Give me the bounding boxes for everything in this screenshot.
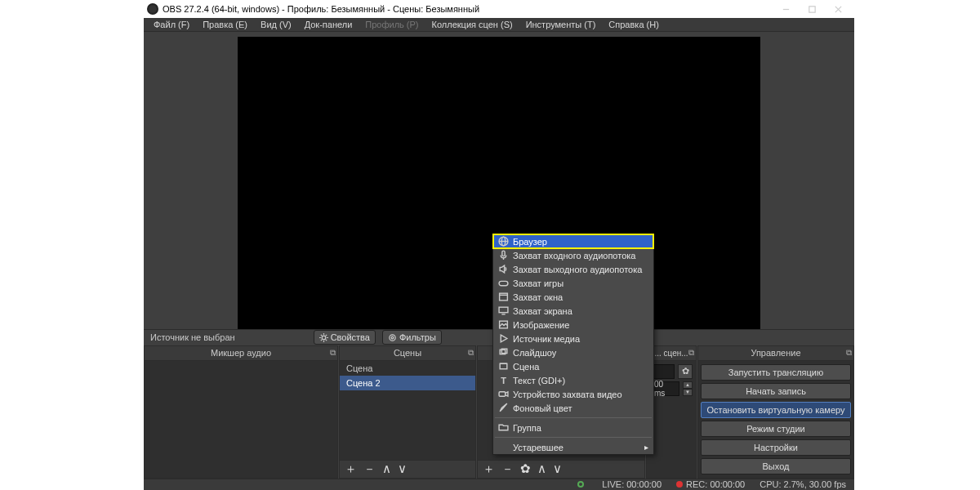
close-button[interactable] [825, 0, 851, 18]
popout-icon[interactable]: ⧉ [846, 348, 852, 358]
scenes-header[interactable]: Сцены ⧉ [340, 346, 475, 361]
scenes-footer: ＋ － ∧ ∨ [340, 460, 475, 478]
scenes-title: Сцены [394, 348, 421, 358]
ctx-item-label: Сцена [513, 362, 539, 372]
text-icon: T [498, 375, 509, 385]
ctx-image[interactable]: Изображение [493, 318, 653, 332]
svg-rect-19 [500, 363, 507, 369]
transition-duration-field[interactable]: 00 ms [650, 381, 679, 396]
filter-icon [388, 333, 397, 342]
ctx-media-source[interactable]: Источник медиа [493, 332, 653, 345]
menu-edit[interactable]: Правка (E) [196, 18, 254, 31]
sources-footer: ＋ － ✿ ∧ ∨ [478, 460, 644, 478]
source-down-button[interactable]: ∨ [553, 461, 562, 476]
remove-scene-button[interactable]: － [363, 461, 376, 477]
ctx-separator [495, 417, 652, 418]
ctx-item-label: Устройство захвата видео [513, 390, 622, 399]
obs-logo-icon [147, 3, 158, 15]
controls-title: Управление [751, 348, 800, 358]
slides-icon [498, 347, 509, 358]
ctx-item-label: Группа [513, 423, 541, 433]
audio-mixer-body [145, 361, 337, 478]
svg-rect-14 [499, 307, 508, 313]
monitor-icon [498, 305, 509, 316]
window-title: OBS 27.2.4 (64-bit, windows) - Профиль: … [163, 4, 479, 14]
camera-icon [498, 389, 509, 399]
audio-mixer-header[interactable]: Микшер аудио ⧉ [145, 346, 337, 361]
popout-icon[interactable]: ⧉ [468, 348, 474, 358]
transitions-header[interactable]: ... сцен... ⧉ [647, 346, 696, 361]
svg-rect-11 [499, 281, 508, 285]
filters-button[interactable]: Фильтры [382, 330, 442, 345]
gamepad-icon [498, 278, 509, 288]
mic-icon [498, 250, 509, 261]
menu-tools[interactable]: Инструменты (T) [519, 18, 603, 31]
menu-profile[interactable]: Профиль (P) [359, 18, 425, 31]
minimize-button[interactable] [773, 0, 799, 18]
scene-up-button[interactable]: ∧ [382, 461, 391, 476]
ctx-separator [495, 437, 652, 438]
ctx-item-label: Захват экрана [513, 306, 572, 316]
add-scene-button[interactable]: ＋ [345, 461, 357, 477]
add-source-button[interactable]: ＋ [483, 461, 495, 477]
properties-button[interactable]: Свойства [314, 330, 376, 345]
svg-rect-1 [808, 6, 814, 11]
ctx-window-capture[interactable]: Захват окна [493, 290, 653, 304]
scenes-list: Сцена Сцена 2 [340, 361, 475, 460]
controls-header[interactable]: Управление ⧉ [698, 346, 853, 361]
source-settings-button[interactable]: ✿ [520, 461, 531, 476]
svg-rect-10 [502, 251, 505, 256]
menu-file[interactable]: Файл (F) [147, 18, 196, 31]
menu-view[interactable]: Вид (V) [254, 18, 298, 31]
ctx-game-capture[interactable]: Захват игры [493, 276, 653, 290]
start-recording-button[interactable]: Начать запись [701, 383, 851, 399]
svg-rect-21 [499, 392, 506, 396]
ctx-browser[interactable]: Браузер [493, 234, 653, 248]
transitions-title: ... сцен... [654, 349, 688, 358]
cpu-status: CPU: 2.7%, 30.00 fps [760, 479, 846, 489]
menu-docks[interactable]: Док-панели [298, 18, 359, 31]
ctx-item-label: Устаревшее [513, 443, 564, 452]
live-status: LIVE: 00:00:00 [602, 479, 662, 489]
ctx-item-label: Слайдшоу [513, 348, 556, 358]
ctx-video-capture[interactable]: Устройство захвата видео [493, 387, 653, 401]
scene-item[interactable]: Сцена [340, 361, 475, 376]
exit-button[interactable]: Выход [701, 458, 851, 474]
ctx-deprecated[interactable]: Устаревшее [493, 440, 653, 454]
ctx-item-label: Источник медиа [513, 334, 580, 344]
svg-rect-12 [500, 293, 508, 301]
maximize-button[interactable] [799, 0, 825, 18]
settings-button[interactable]: Настройки [701, 439, 851, 456]
audio-mixer-title: Микшер аудио [211, 348, 271, 358]
ctx-color-source[interactable]: Фоновый цвет [493, 401, 653, 415]
transition-settings-button[interactable]: ✿ [678, 364, 693, 379]
brush-icon [498, 403, 509, 413]
audio-mixer-panel: Микшер аудио ⧉ [144, 345, 338, 479]
play-icon [498, 333, 509, 344]
ctx-scene[interactable]: Сцена [493, 359, 653, 373]
scene-item[interactable]: Сцена 2 [340, 376, 475, 390]
remove-source-button[interactable]: － [501, 461, 514, 477]
scene-down-button[interactable]: ∨ [398, 461, 407, 476]
ctx-slideshow[interactable]: Слайдшоу [493, 345, 653, 359]
stop-virtual-camera-button[interactable]: Остановить виртуальную камеру [701, 402, 851, 418]
statusbar: LIVE: 00:00:00 REC: 00:00:00 CPU: 2.7%, … [144, 479, 854, 490]
ctx-display-capture[interactable]: Захват экрана [493, 304, 653, 318]
ctx-audio-input[interactable]: Захват входного аудиопотока [493, 248, 653, 262]
menu-help[interactable]: Справка (H) [602, 18, 665, 31]
ctx-group[interactable]: Группа [493, 421, 653, 434]
ctx-audio-output[interactable]: Захват выходного аудиопотока [493, 262, 653, 276]
scenes-panel: Сцены ⧉ Сцена Сцена 2 ＋ － ∧ ∨ [339, 345, 476, 479]
start-streaming-button[interactable]: Запустить трансляцию [701, 364, 851, 381]
source-up-button[interactable]: ∧ [537, 461, 546, 476]
popout-icon[interactable]: ⧉ [330, 348, 336, 358]
ctx-item-label: Браузер [513, 237, 547, 247]
svg-point-6 [391, 336, 394, 339]
broadcast-status-icon [577, 479, 587, 489]
rec-status: REC: 00:00:00 [676, 479, 745, 489]
studio-mode-button[interactable]: Режим студии [701, 421, 851, 437]
duration-spinner[interactable]: ▲▼ [683, 381, 693, 396]
popout-icon[interactable]: ⧉ [688, 348, 694, 358]
ctx-text[interactable]: T Текст (GDI+) [493, 373, 653, 387]
menu-scene-collection[interactable]: Коллекция сцен (S) [425, 18, 519, 31]
